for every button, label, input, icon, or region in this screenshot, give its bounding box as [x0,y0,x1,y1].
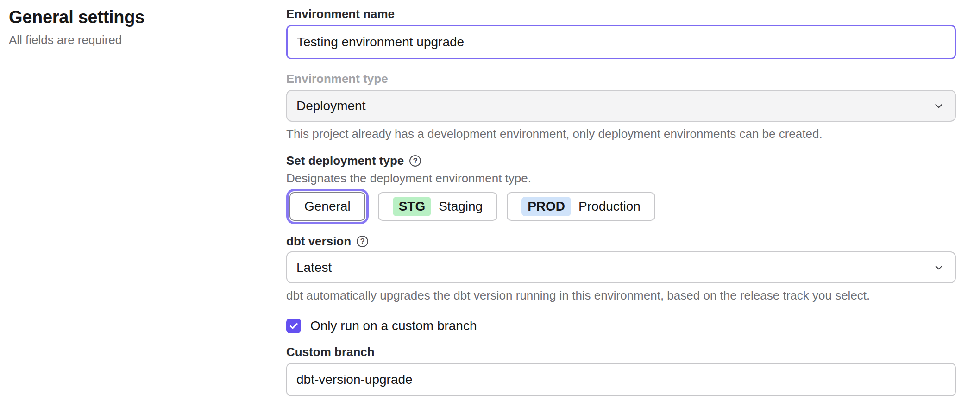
environment-type-label: Environment type [286,71,956,86]
dbt-version-helper: dbt automatically upgrades the dbt versi… [286,288,956,303]
custom-branch-checkbox[interactable] [286,319,301,333]
dbt-version-label: dbt version [286,234,351,249]
custom-branch-toggle-row: Only run on a custom branch [286,319,956,333]
environment-name-input[interactable] [286,25,956,59]
environment-type-value: Deployment [296,99,365,113]
prod-badge: PROD [521,197,571,216]
dbt-version-select[interactable]: Latest [286,251,956,283]
dbt-version-label-row: dbt version ? [286,234,956,249]
general-settings-page: General settings All fields are required… [0,0,980,396]
page-subtitle: All fields are required [9,33,286,47]
stg-badge: STG [393,197,432,216]
deployment-type-option-general[interactable]: General [289,192,365,221]
deployment-type-option-production[interactable]: PROD Production [507,192,655,221]
environment-type-select[interactable]: Deployment [286,90,956,122]
deployment-type-option-general-label: General [304,199,351,214]
checkmark-icon [289,321,299,331]
dbt-version-value: Latest [296,260,332,275]
deployment-type-option-staging[interactable]: STG Staging [378,192,498,221]
deployment-type-options: General STG Staging PROD Production [286,192,956,221]
environment-settings-form: Environment name Environment type Deploy… [286,0,956,396]
custom-branch-input[interactable] [286,363,956,396]
deployment-type-label-row: Set deployment type ? [286,153,956,168]
environment-name-label: Environment name [286,6,956,21]
deployment-type-option-staging-label: Staging [439,199,483,214]
settings-header: General settings All fields are required [0,0,286,396]
deployment-type-label: Set deployment type [286,153,404,168]
page-title: General settings [9,7,286,27]
chevron-down-icon [933,100,945,112]
chevron-down-icon [933,262,945,274]
deployment-type-option-production-label: Production [578,199,641,214]
custom-branch-label: Custom branch [286,344,956,359]
deployment-type-helper: Designates the deployment environment ty… [286,171,956,186]
help-question-icon[interactable]: ? [409,155,421,167]
help-question-icon[interactable]: ? [357,236,368,247]
environment-type-helper: This project already has a development e… [286,126,956,141]
custom-branch-toggle-label[interactable]: Only run on a custom branch [310,319,477,333]
